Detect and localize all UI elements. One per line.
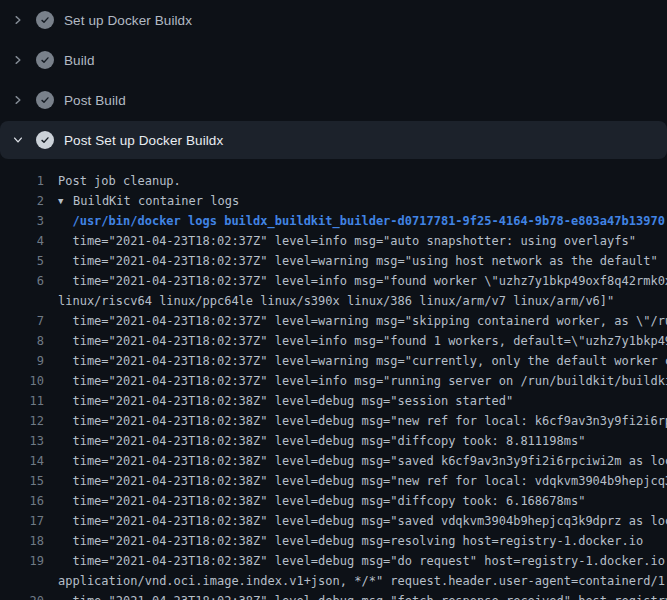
step-title: Set up Docker Buildx: [64, 13, 192, 28]
step-title: Build: [64, 53, 95, 68]
log-row: 14 time="2021-04-23T18:02:38Z" level=deb…: [0, 451, 667, 471]
log-row: 9 time="2021-04-23T18:02:37Z" level=warn…: [0, 351, 667, 371]
step-row[interactable]: Build: [0, 40, 667, 80]
log-text: time="2021-04-23T18:02:38Z" level=debug …: [58, 391, 513, 411]
log-row: 3 /usr/bin/docker logs buildx_buildkit_b…: [0, 211, 667, 231]
chevron-right-icon[interactable]: [10, 52, 26, 68]
log-row: 8 time="2021-04-23T18:02:37Z" level=info…: [0, 331, 667, 351]
check-circle-icon: [36, 131, 54, 149]
step-row[interactable]: Post Set up Docker Buildx: [0, 121, 667, 159]
chevron-down-icon[interactable]: [10, 132, 26, 148]
line-number[interactable]: 11: [0, 391, 44, 411]
line-number[interactable]: 8: [0, 331, 44, 351]
log-row: 18 time="2021-04-23T18:02:38Z" level=deb…: [0, 531, 667, 551]
log-row: 15 time="2021-04-23T18:02:38Z" level=deb…: [0, 471, 667, 491]
line-number[interactable]: [0, 291, 44, 311]
log-row: 1 Post job cleanup.: [0, 171, 667, 191]
log-text: time="2021-04-23T18:02:37Z" level=info m…: [58, 331, 667, 351]
step-row[interactable]: Set up Docker Buildx: [0, 0, 667, 40]
line-number[interactable]: 19: [0, 551, 44, 571]
log-text: time="2021-04-23T18:02:38Z" level=debug …: [58, 451, 667, 471]
log-text: time="2021-04-23T18:02:37Z" level=info m…: [58, 231, 636, 251]
log-row: 5 time="2021-04-23T18:02:37Z" level=warn…: [0, 251, 667, 271]
log-text: time="2021-04-23T18:02:37Z" level=info m…: [58, 371, 667, 391]
log-row: 11 time="2021-04-23T18:02:38Z" level=deb…: [0, 391, 667, 411]
log-row: 19 time="2021-04-23T18:02:38Z" level=deb…: [0, 551, 667, 571]
step-title: Post Set up Docker Buildx: [64, 133, 223, 148]
line-number[interactable]: 5: [0, 251, 44, 271]
line-number[interactable]: 3: [0, 211, 44, 231]
log-text: time="2021-04-23T18:02:38Z" level=debug …: [58, 411, 667, 431]
log-text: time="2021-04-23T18:02:38Z" level=debug …: [58, 491, 585, 511]
log-row: 12 time="2021-04-23T18:02:38Z" level=deb…: [0, 411, 667, 431]
line-number[interactable]: 9: [0, 351, 44, 371]
log-text: linux/riscv64 linux/ppc64le linux/s390x …: [58, 291, 614, 311]
log-row: linux/riscv64 linux/ppc64le linux/s390x …: [0, 291, 667, 311]
log-text: time="2021-04-23T18:02:38Z" level=debug …: [58, 471, 667, 491]
step-row[interactable]: Post Build: [0, 80, 667, 120]
chevron-right-icon[interactable]: [10, 12, 26, 28]
line-number[interactable]: 18: [0, 531, 44, 551]
log-text: time="2021-04-23T18:02:38Z" level=debug …: [58, 511, 667, 531]
log-text: time="2021-04-23T18:02:38Z" level=debug …: [58, 591, 667, 600]
log-row: 13 time="2021-04-23T18:02:38Z" level=deb…: [0, 431, 667, 451]
log-text: application/vnd.oci.image.index.v1+json,…: [58, 571, 667, 591]
check-circle-icon: [36, 51, 54, 69]
line-number[interactable]: 13: [0, 431, 44, 451]
log-text: time="2021-04-23T18:02:37Z" level=warnin…: [58, 251, 658, 271]
line-number[interactable]: 16: [0, 491, 44, 511]
log-text: time="2021-04-23T18:02:37Z" level=warnin…: [58, 351, 667, 371]
line-number[interactable]: 10: [0, 371, 44, 391]
line-number[interactable]: 15: [0, 471, 44, 491]
line-number[interactable]: 17: [0, 511, 44, 531]
check-circle-icon: [36, 11, 54, 29]
log-row: 4 time="2021-04-23T18:02:37Z" level=info…: [0, 231, 667, 251]
line-number[interactable]: 1: [0, 171, 44, 191]
log-row: 2 ▼ BuildKit container logs: [0, 191, 667, 211]
check-circle-icon: [36, 91, 54, 109]
log-row: 6 time="2021-04-23T18:02:37Z" level=info…: [0, 271, 667, 291]
group-toggle-icon[interactable]: ▼: [58, 191, 73, 211]
log-row: 10 time="2021-04-23T18:02:37Z" level=inf…: [0, 371, 667, 391]
actions-log-viewer: Set up Docker Buildx Build Post Build: [0, 0, 667, 600]
line-number[interactable]: 2: [0, 191, 44, 211]
log-text: BuildKit container logs: [73, 191, 239, 211]
log-text: time="2021-04-23T18:02:37Z" level=info m…: [58, 271, 667, 291]
log-text: time="2021-04-23T18:02:38Z" level=debug …: [58, 551, 667, 571]
line-number[interactable]: 4: [0, 231, 44, 251]
line-number[interactable]: 7: [0, 311, 44, 331]
step-title: Post Build: [64, 93, 126, 108]
log-row: 16 time="2021-04-23T18:02:38Z" level=deb…: [0, 491, 667, 511]
log-text: time="2021-04-23T18:02:38Z" level=debug …: [58, 431, 585, 451]
line-number[interactable]: 20: [0, 591, 44, 600]
chevron-right-icon[interactable]: [10, 92, 26, 108]
line-number[interactable]: 12: [0, 411, 44, 431]
log-row: 17 time="2021-04-23T18:02:38Z" level=deb…: [0, 511, 667, 531]
line-number[interactable]: [0, 571, 44, 591]
log-text: time="2021-04-23T18:02:38Z" level=debug …: [58, 531, 643, 551]
log-row: 7 time="2021-04-23T18:02:37Z" level=warn…: [0, 311, 667, 331]
log-container: 1 Post job cleanup. 2 ▼ BuildKit contain…: [0, 160, 667, 600]
line-number[interactable]: 6: [0, 271, 44, 291]
line-number[interactable]: 14: [0, 451, 44, 471]
log-row: 20 time="2021-04-23T18:02:38Z" level=deb…: [0, 591, 667, 600]
steps-list: Set up Docker Buildx Build Post Build: [0, 0, 667, 159]
log-text: time="2021-04-23T18:02:37Z" level=warnin…: [58, 311, 667, 331]
log-text: /usr/bin/docker logs buildx_buildkit_bui…: [58, 211, 665, 231]
log-text: Post job cleanup.: [58, 171, 181, 191]
log-row: application/vnd.oci.image.index.v1+json,…: [0, 571, 667, 591]
